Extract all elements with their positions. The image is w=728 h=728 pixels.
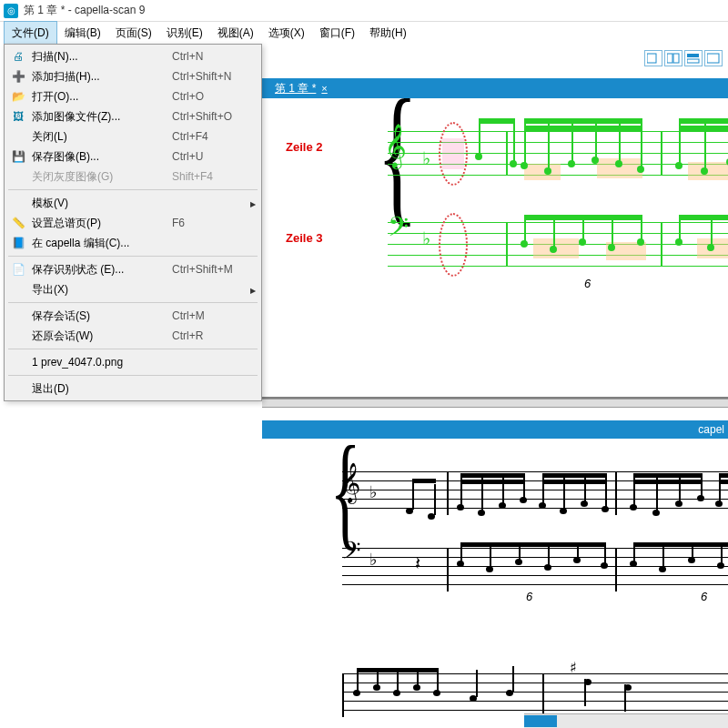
menu-item-label: 导出(X) (26, 282, 250, 298)
menu-item[interactable]: 📂打开(O)...Ctrl+O (6, 86, 259, 106)
menu-item-label: 添加扫描(H)... (26, 69, 172, 85)
menu-item-label: 打开(O)... (26, 89, 172, 105)
preview-title: capel (698, 423, 724, 436)
svg-rect-1 (667, 54, 672, 63)
addimg-icon: 🖼 (10, 110, 26, 123)
menu-item-shortcut: F6 (172, 217, 256, 229)
tab-label: 第 1 章 * (275, 81, 316, 96)
titlebar: ◎ 第 1 章 * - capella-scan 9 (0, 0, 728, 22)
menu-edit[interactable]: 编辑(B) (57, 22, 108, 45)
open-icon: 📂 (10, 90, 26, 103)
menu-item[interactable]: ➕添加扫描(H)...Ctrl+Shift+N (6, 66, 259, 86)
layout-toolbar (644, 50, 723, 66)
scrollbar-thumb[interactable] (524, 715, 557, 727)
menu-item-shortcut: Ctrl+U (172, 150, 256, 163)
menu-item-label: 设置总谱页(P) (26, 216, 172, 231)
menu-item-label: 扫描(N)... (26, 49, 172, 65)
app-icon: ◎ (4, 4, 18, 18)
menu-file[interactable]: 文件(D) (4, 21, 57, 46)
staff-treble: 𝄞 ♭ (388, 131, 728, 175)
menu-item[interactable]: 退出(D) (6, 379, 259, 399)
menu-item-shortcut: Ctrl+O (172, 90, 256, 103)
preview-staff-bass: 𝄢 ♭ 𝄽 6 6 6 (342, 548, 728, 592)
menu-item-label: 还原会话(W) (26, 329, 172, 344)
layout-btn-2[interactable] (664, 50, 682, 66)
state-icon: 📄 (10, 263, 26, 276)
menu-item[interactable]: 1 prev_4047.0.png (6, 352, 259, 372)
menu-item-label: 关闭灰度图像(G) (26, 169, 172, 185)
layout-btn-1[interactable] (644, 50, 662, 66)
menu-item[interactable]: 还原会话(W)Ctrl+R (6, 326, 259, 346)
menu-window[interactable]: 窗口(F) (312, 22, 362, 45)
treble-clef-icon: 𝄞 (384, 124, 407, 167)
separator (8, 302, 258, 303)
window-title: 第 1 章 * - capella-scan 9 (24, 3, 145, 18)
menu-item-label: 保存图像(B)... (26, 149, 172, 165)
menu-item[interactable]: 📏设置总谱页(P)F6 (6, 213, 259, 233)
submenu-arrow-icon (250, 283, 256, 296)
menu-item-shortcut: Ctrl+M (172, 309, 256, 322)
menu-item-label: 添加图像文件(Z)... (26, 109, 172, 125)
menu-item-shortcut: Ctrl+R (172, 329, 256, 342)
menu-item[interactable]: 导出(X) (6, 279, 259, 299)
menu-item-label: 在 capella 编辑(C)... (26, 236, 172, 251)
recognition-canvas[interactable]: { Zeile 2 Zeile 3 𝄞 ♭ (262, 98, 728, 399)
splitter[interactable] (262, 399, 728, 408)
menu-view[interactable]: 视图(A) (210, 22, 261, 45)
horizontal-scrollbar[interactable] (524, 713, 728, 728)
menu-item-shortcut: Ctrl+Shift+M (172, 263, 256, 276)
bass-clef-icon: 𝄢 (388, 211, 409, 249)
menu-item[interactable]: 保存会话(S)Ctrl+M (6, 306, 259, 326)
menu-page[interactable]: 页面(S) (108, 22, 159, 45)
menu-item-shortcut: Ctrl+Shift+N (172, 70, 256, 83)
menu-item[interactable]: 🖨扫描(N)...Ctrl+N (6, 46, 259, 66)
menu-item[interactable]: 关闭(L)Ctrl+F4 (6, 126, 259, 147)
ruler-icon: 📏 (10, 217, 26, 229)
file-dropdown: 🖨扫描(N)...Ctrl+N➕添加扫描(H)...Ctrl+Shift+N📂打… (4, 44, 262, 401)
menubar: 文件(D) 编辑(B) 页面(S) 识别(E) 视图(A) 选项(X) 窗口(F… (0, 22, 728, 44)
cap-icon: 📘 (10, 237, 26, 249)
preview-canvas[interactable]: { 𝄞 ♭ (262, 439, 728, 728)
svg-rect-3 (687, 54, 699, 57)
menu-item-shortcut: Ctrl+F4 (172, 130, 256, 143)
menu-help[interactable]: 帮助(H) (362, 22, 414, 45)
svg-rect-2 (673, 54, 679, 63)
menu-item[interactable]: 🖼添加图像文件(Z)...Ctrl+Shift+O (6, 106, 259, 126)
menu-item-label: 模板(V) (26, 196, 250, 211)
layout-btn-4[interactable] (704, 50, 723, 66)
menu-item[interactable]: 💾保存图像(B)...Ctrl+U (6, 147, 259, 167)
separator (8, 349, 258, 349)
separator (8, 375, 258, 376)
submenu-arrow-icon (250, 197, 256, 209)
menu-item[interactable]: 📘在 capella 编辑(C)... (6, 233, 259, 253)
menu-recognize[interactable]: 识别(E) (159, 22, 210, 45)
close-icon[interactable]: × (321, 83, 327, 94)
addscan-icon: ➕ (10, 70, 26, 83)
svg-rect-5 (707, 54, 719, 63)
menu-item-shortcut: Shift+F4 (172, 170, 256, 183)
menu-item-shortcut: Ctrl+N (172, 50, 256, 63)
time-sig-marker-bass[interactable] (439, 213, 468, 277)
separator (8, 256, 258, 257)
treble-clef-icon: 𝄞 (340, 462, 360, 503)
layout-btn-3[interactable] (684, 50, 703, 66)
save-icon: 💾 (10, 150, 26, 163)
svg-rect-4 (687, 59, 699, 63)
preview-staff-treble: 𝄞 ♭ (342, 471, 728, 515)
menu-item-label: 退出(D) (26, 381, 172, 397)
menu-item[interactable]: 📄保存识别状态 (E)...Ctrl+Shift+M (6, 259, 259, 279)
document-tabbar: 第 1 章 * × (262, 78, 728, 98)
menu-item: 关闭灰度图像(G)Shift+F4 (6, 167, 259, 187)
preview-staff-2: ♯ (342, 673, 728, 717)
menu-item-label: 保存识别状态 (E)... (26, 262, 172, 278)
bass-clef-icon: 𝄢 (342, 537, 361, 571)
tuplet-6: 6 (584, 277, 591, 290)
menu-options[interactable]: 选项(X) (261, 22, 312, 45)
svg-rect-0 (647, 54, 656, 63)
menu-item[interactable]: 模板(V) (6, 193, 259, 213)
zeile3-label: Zeile 3 (286, 231, 322, 245)
scan-icon: 🖨 (10, 50, 26, 63)
document-tab[interactable]: 第 1 章 * × (269, 81, 333, 96)
zeile2-label: Zeile 2 (286, 140, 322, 154)
menu-item-label: 关闭(L) (26, 129, 172, 145)
